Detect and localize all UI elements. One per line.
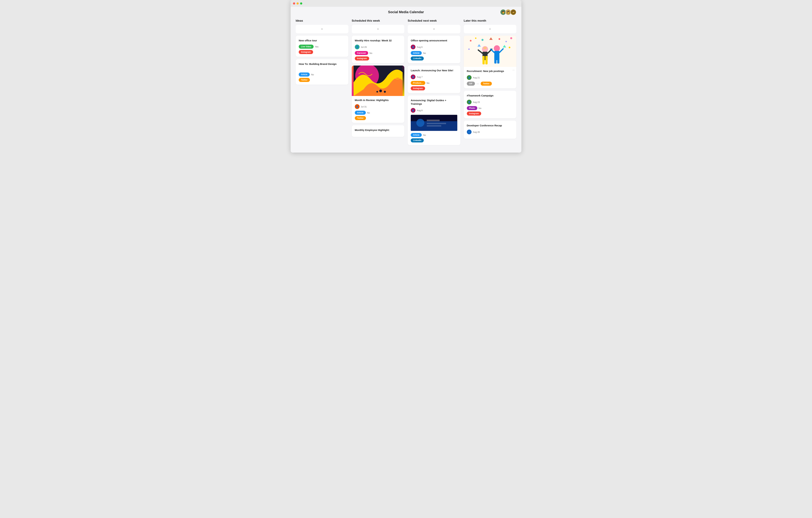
titlebar xyxy=(291,0,521,7)
tags-row: Article No xyxy=(411,51,457,55)
column-scheduled-this-week: Scheduled this week + Weekly Hire roundu… xyxy=(352,19,404,147)
card-meta: 👤 Aug 6 xyxy=(411,45,457,49)
add-card-button-later[interactable]: + xyxy=(464,25,517,33)
tag-article: Article xyxy=(355,111,366,115)
add-card-button-next-week[interactable]: + xyxy=(408,25,460,33)
svg-point-15 xyxy=(498,38,500,40)
card-date: Aug 7 xyxy=(417,76,423,78)
card-digital-guides: Announcing: Digital Guides + Trainings 👤… xyxy=(408,95,460,145)
card-title: Recruitment: New job postings xyxy=(467,69,514,73)
svg-point-35 xyxy=(495,46,499,49)
card-date: Aug 21 xyxy=(473,76,480,79)
card-body: Month in Review: Highlights 👤 Jul 31 Art… xyxy=(352,96,404,123)
card-avatar: 👤 xyxy=(467,75,471,80)
column-later-this-month: Later this month + xyxy=(464,19,517,147)
card-date: Aug 6 xyxy=(417,46,423,48)
svg-point-14 xyxy=(481,39,483,41)
svg-point-36 xyxy=(483,47,487,49)
tags-row-2: LinkedIn xyxy=(411,56,457,60)
tags-row: Carousel No xyxy=(355,51,401,55)
card-title: Weekly Hire roundup: Week 32 xyxy=(355,39,401,42)
page-title: Social Media Calendar xyxy=(388,10,424,14)
celebration-svg xyxy=(464,36,517,67)
app-header: Social Media Calendar 🧑 👩 🧔 xyxy=(296,10,516,14)
column-header-scheduled-next-week: Scheduled next week xyxy=(408,19,460,23)
add-card-button-ideas[interactable]: + xyxy=(296,25,348,33)
card-new-office-tour: New office tour Live Video Yes Instagram xyxy=(296,36,348,57)
tag-produce: Produce... xyxy=(411,81,425,85)
card-meta: 👤 Aug 26 xyxy=(467,130,514,134)
more-options-icon[interactable]: ··· xyxy=(513,68,515,71)
svg-point-13 xyxy=(475,37,476,39)
maximize-button[interactable] xyxy=(300,2,302,5)
celebration-image xyxy=(464,36,517,67)
svg-point-4 xyxy=(376,91,378,93)
tags-row-2: Instagram xyxy=(299,50,345,54)
svg-point-3 xyxy=(384,91,386,93)
svg-point-19 xyxy=(509,47,510,48)
tag-article: Article xyxy=(411,133,422,137)
tag-separator: — xyxy=(476,82,479,85)
card-title: How To: Building Brand Design xyxy=(299,62,345,66)
card-title: New office tour xyxy=(299,39,345,42)
card-avatar: 👤 xyxy=(467,100,471,105)
card-brand-design: How To: Building Brand Design Article No… xyxy=(296,59,348,85)
column-ideas: Ideas + New office tour Live Video Yes I… xyxy=(296,19,348,147)
card-meta: 👤 Aug 7 xyxy=(411,75,457,79)
tags-row-2: Instagram xyxy=(411,86,457,90)
tag-instagram: Instagram xyxy=(467,112,481,116)
close-button[interactable] xyxy=(293,2,295,5)
card-avatar: 👤 xyxy=(467,130,471,134)
card-office-opening: Office opening announcement 👤 Aug 6 Arti… xyxy=(408,36,460,63)
tags-row: Photo No xyxy=(467,106,514,110)
tag-article: Article xyxy=(411,51,422,55)
card-month-review: Month in Review: Highlights 👤 Jul 31 Art… xyxy=(352,65,404,123)
tag-value: No xyxy=(370,52,372,54)
card-date: Aug 23 xyxy=(473,101,480,104)
card-body: ··· Recruitment: New job postings 👤 Aug … xyxy=(464,67,517,88)
tag-article: Article xyxy=(299,73,310,77)
svg-point-17 xyxy=(510,37,512,39)
card-avatar: 👤 xyxy=(411,45,415,49)
svg-rect-26 xyxy=(485,56,488,64)
card-date: Jul 29 xyxy=(361,46,367,48)
tag-gif: GIF xyxy=(467,82,475,86)
card-title: Month in Review: Highlights xyxy=(355,98,401,102)
tags-row-2: LinkedIn xyxy=(411,138,457,142)
tags-row-2: Instagram xyxy=(355,56,401,60)
svg-point-16 xyxy=(505,41,507,42)
svg-rect-25 xyxy=(482,56,485,64)
tags-row: Produce... No xyxy=(411,81,457,85)
tag-value: No xyxy=(311,73,314,76)
tags-row: Live Video Yes xyxy=(299,45,345,49)
tags-row-2: Twitter xyxy=(355,116,401,120)
tag-live-video: Live Video xyxy=(299,45,314,49)
svg-point-2 xyxy=(379,90,382,92)
column-header-later: Later this month xyxy=(464,19,517,23)
tag-twitter: Twitter xyxy=(481,82,492,86)
svg-point-18 xyxy=(468,49,469,50)
tag-carousel: Carousel xyxy=(355,51,368,55)
column-scheduled-next-week: Scheduled next week + Office opening ann… xyxy=(408,19,460,147)
card-avatar: 👤 xyxy=(411,108,415,113)
avatar-3: 🧔 xyxy=(510,9,516,15)
card-new-site: Launch: Announcing Our New Site! 👤 Aug 7… xyxy=(408,65,460,93)
card-title: #Teamwork Campaign xyxy=(467,94,514,97)
card-teamwork: #Teamwork Campaign 👤 Aug 23 Photo No Ins… xyxy=(464,91,517,118)
tag-value: Yes xyxy=(315,46,318,48)
card-recruitment: ··· Recruitment: New job postings 👤 Aug … xyxy=(464,36,517,88)
card-meta: 👤 Aug 23 xyxy=(467,100,514,105)
card-image-dark xyxy=(411,114,457,131)
tags-row-2: Twitter xyxy=(299,78,345,82)
tag-instagram: Instagram xyxy=(355,56,369,60)
add-card-button-this-week[interactable]: + xyxy=(352,25,404,33)
card-title: Monthly Employee Highlight: xyxy=(355,128,401,132)
tags-row-2: Instagram xyxy=(467,112,514,116)
card-title: Office opening announcement xyxy=(411,39,457,42)
tags-row: Article No xyxy=(355,111,401,115)
card-meta: 👤 Aug 21 xyxy=(467,75,514,80)
svg-point-12 xyxy=(470,40,471,41)
minimize-button[interactable] xyxy=(296,2,299,5)
kanban-board: Ideas + New office tour Live Video Yes I… xyxy=(296,19,516,147)
tag-value: No xyxy=(423,52,426,54)
